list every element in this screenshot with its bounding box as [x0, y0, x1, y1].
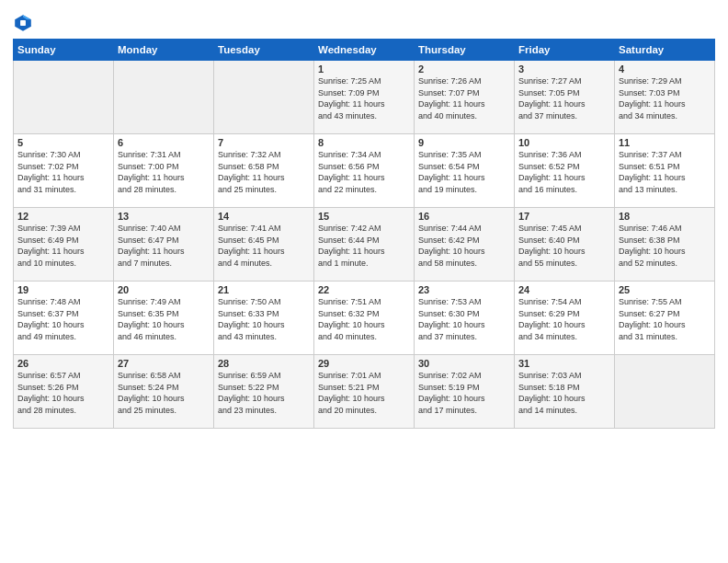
day-info: Sunrise: 7:50 AM Sunset: 6:33 PM Dayligh…: [218, 296, 310, 342]
calendar-cell: 31Sunrise: 7:03 AM Sunset: 5:18 PM Dayli…: [515, 355, 615, 429]
calendar-cell: 23Sunrise: 7:53 AM Sunset: 6:30 PM Dayli…: [415, 282, 515, 355]
col-tuesday: Tuesday: [214, 40, 314, 61]
header: [13, 9, 715, 33]
day-info: Sunrise: 7:02 AM Sunset: 5:19 PM Dayligh…: [418, 370, 510, 416]
calendar-cell: 11Sunrise: 7:37 AM Sunset: 6:51 PM Dayli…: [615, 134, 715, 208]
logo-icon: [13, 13, 33, 33]
col-wednesday: Wednesday: [314, 40, 415, 61]
calendar-cell: [615, 355, 715, 429]
calendar-cell: [214, 61, 314, 134]
calendar-cell: 3Sunrise: 7:27 AM Sunset: 7:05 PM Daylig…: [515, 61, 615, 134]
calendar-cell: 9Sunrise: 7:35 AM Sunset: 6:54 PM Daylig…: [415, 134, 515, 208]
calendar-cell: 18Sunrise: 7:46 AM Sunset: 6:38 PM Dayli…: [615, 208, 715, 282]
day-number: 4: [619, 63, 711, 75]
calendar-cell: 27Sunrise: 6:58 AM Sunset: 5:24 PM Dayli…: [114, 355, 214, 429]
calendar-body: 1Sunrise: 7:25 AM Sunset: 7:09 PM Daylig…: [14, 61, 715, 429]
calendar-cell: 24Sunrise: 7:54 AM Sunset: 6:29 PM Dayli…: [515, 282, 615, 355]
col-thursday: Thursday: [415, 40, 515, 61]
calendar-header: Sunday Monday Tuesday Wednesday Thursday…: [14, 40, 715, 61]
day-number: 22: [318, 284, 410, 295]
calendar-cell: 30Sunrise: 7:02 AM Sunset: 5:19 PM Dayli…: [415, 355, 515, 429]
col-saturday: Saturday: [615, 40, 715, 61]
col-friday: Friday: [515, 40, 615, 61]
day-info: Sunrise: 7:01 AM Sunset: 5:21 PM Dayligh…: [318, 370, 410, 416]
col-sunday: Sunday: [14, 40, 114, 61]
day-info: Sunrise: 6:59 AM Sunset: 5:22 PM Dayligh…: [218, 370, 310, 416]
calendar-week-2: 5Sunrise: 7:30 AM Sunset: 7:02 PM Daylig…: [14, 134, 715, 208]
day-number: 24: [518, 284, 610, 295]
day-info: Sunrise: 7:54 AM Sunset: 6:29 PM Dayligh…: [518, 296, 610, 342]
day-number: 16: [418, 211, 510, 222]
calendar-cell: 25Sunrise: 7:55 AM Sunset: 6:27 PM Dayli…: [615, 282, 715, 355]
day-number: 11: [619, 137, 711, 148]
calendar-cell: 12Sunrise: 7:39 AM Sunset: 6:49 PM Dayli…: [14, 208, 114, 282]
calendar-table: Sunday Monday Tuesday Wednesday Thursday…: [13, 39, 715, 429]
calendar-cell: 5Sunrise: 7:30 AM Sunset: 7:02 PM Daylig…: [14, 134, 114, 208]
day-number: 14: [218, 211, 310, 222]
calendar-cell: 8Sunrise: 7:34 AM Sunset: 6:56 PM Daylig…: [314, 134, 415, 208]
calendar-cell: 6Sunrise: 7:31 AM Sunset: 7:00 PM Daylig…: [114, 134, 214, 208]
calendar-cell: 2Sunrise: 7:26 AM Sunset: 7:07 PM Daylig…: [415, 61, 515, 134]
calendar-cell: 22Sunrise: 7:51 AM Sunset: 6:32 PM Dayli…: [314, 282, 415, 355]
day-info: Sunrise: 7:49 AM Sunset: 6:35 PM Dayligh…: [118, 296, 210, 342]
day-number: 7: [218, 137, 310, 148]
day-info: Sunrise: 7:27 AM Sunset: 7:05 PM Dayligh…: [518, 75, 610, 121]
calendar-cell: 21Sunrise: 7:50 AM Sunset: 6:33 PM Dayli…: [214, 282, 314, 355]
day-number: 26: [17, 358, 109, 369]
day-number: 12: [17, 211, 109, 222]
calendar-cell: 19Sunrise: 7:48 AM Sunset: 6:37 PM Dayli…: [14, 282, 114, 355]
calendar-cell: 7Sunrise: 7:32 AM Sunset: 6:58 PM Daylig…: [214, 134, 314, 208]
day-number: 1: [318, 63, 410, 75]
calendar-week-4: 19Sunrise: 7:48 AM Sunset: 6:37 PM Dayli…: [14, 282, 715, 355]
day-info: Sunrise: 7:25 AM Sunset: 7:09 PM Dayligh…: [318, 75, 410, 121]
day-number: 18: [619, 211, 711, 222]
day-info: Sunrise: 7:32 AM Sunset: 6:58 PM Dayligh…: [218, 149, 310, 195]
day-info: Sunrise: 6:57 AM Sunset: 5:26 PM Dayligh…: [17, 370, 109, 416]
day-number: 13: [118, 211, 210, 222]
calendar-cell: 13Sunrise: 7:40 AM Sunset: 6:47 PM Dayli…: [114, 208, 214, 282]
calendar-cell: 1Sunrise: 7:25 AM Sunset: 7:09 PM Daylig…: [314, 61, 415, 134]
calendar-cell: 26Sunrise: 6:57 AM Sunset: 5:26 PM Dayli…: [14, 355, 114, 429]
day-info: Sunrise: 7:42 AM Sunset: 6:44 PM Dayligh…: [318, 223, 410, 269]
day-number: 6: [118, 137, 210, 148]
day-info: Sunrise: 7:37 AM Sunset: 6:51 PM Dayligh…: [619, 149, 711, 195]
day-info: Sunrise: 7:41 AM Sunset: 6:45 PM Dayligh…: [218, 223, 310, 269]
calendar-cell: 29Sunrise: 7:01 AM Sunset: 5:21 PM Dayli…: [314, 355, 415, 429]
day-info: Sunrise: 7:46 AM Sunset: 6:38 PM Dayligh…: [619, 223, 711, 269]
calendar-cell: 28Sunrise: 6:59 AM Sunset: 5:22 PM Dayli…: [214, 355, 314, 429]
day-number: 30: [418, 358, 510, 369]
calendar-week-5: 26Sunrise: 6:57 AM Sunset: 5:26 PM Dayli…: [14, 355, 715, 429]
day-number: 5: [17, 137, 109, 148]
calendar-cell: 16Sunrise: 7:44 AM Sunset: 6:42 PM Dayli…: [415, 208, 515, 282]
day-info: Sunrise: 7:29 AM Sunset: 7:03 PM Dayligh…: [619, 75, 711, 121]
calendar-cell: 17Sunrise: 7:45 AM Sunset: 6:40 PM Dayli…: [515, 208, 615, 282]
calendar-cell: [114, 61, 214, 134]
day-info: Sunrise: 7:55 AM Sunset: 6:27 PM Dayligh…: [619, 296, 711, 342]
day-info: Sunrise: 7:40 AM Sunset: 6:47 PM Dayligh…: [118, 223, 210, 269]
day-number: 15: [318, 211, 410, 222]
day-info: Sunrise: 6:58 AM Sunset: 5:24 PM Dayligh…: [118, 370, 210, 416]
page-container: Sunday Monday Tuesday Wednesday Thursday…: [0, 0, 728, 434]
day-info: Sunrise: 7:03 AM Sunset: 5:18 PM Dayligh…: [518, 370, 610, 416]
calendar-cell: 20Sunrise: 7:49 AM Sunset: 6:35 PM Dayli…: [114, 282, 214, 355]
weekday-row: Sunday Monday Tuesday Wednesday Thursday…: [14, 40, 715, 61]
day-info: Sunrise: 7:51 AM Sunset: 6:32 PM Dayligh…: [318, 296, 410, 342]
calendar-cell: 10Sunrise: 7:36 AM Sunset: 6:52 PM Dayli…: [515, 134, 615, 208]
day-number: 8: [318, 137, 410, 148]
calendar-week-3: 12Sunrise: 7:39 AM Sunset: 6:49 PM Dayli…: [14, 208, 715, 282]
day-info: Sunrise: 7:48 AM Sunset: 6:37 PM Dayligh…: [17, 296, 109, 342]
calendar-cell: 15Sunrise: 7:42 AM Sunset: 6:44 PM Dayli…: [314, 208, 415, 282]
day-number: 17: [518, 211, 610, 222]
day-number: 9: [418, 137, 510, 148]
svg-rect-3: [20, 20, 26, 26]
col-monday: Monday: [114, 40, 214, 61]
day-number: 19: [17, 284, 109, 295]
day-number: 3: [518, 63, 610, 75]
day-number: 28: [218, 358, 310, 369]
day-info: Sunrise: 7:26 AM Sunset: 7:07 PM Dayligh…: [418, 75, 510, 121]
day-number: 25: [619, 284, 711, 295]
day-info: Sunrise: 7:30 AM Sunset: 7:02 PM Dayligh…: [17, 149, 109, 195]
day-info: Sunrise: 7:39 AM Sunset: 6:49 PM Dayligh…: [17, 223, 109, 269]
day-info: Sunrise: 7:35 AM Sunset: 6:54 PM Dayligh…: [418, 149, 510, 195]
day-number: 31: [518, 358, 610, 369]
